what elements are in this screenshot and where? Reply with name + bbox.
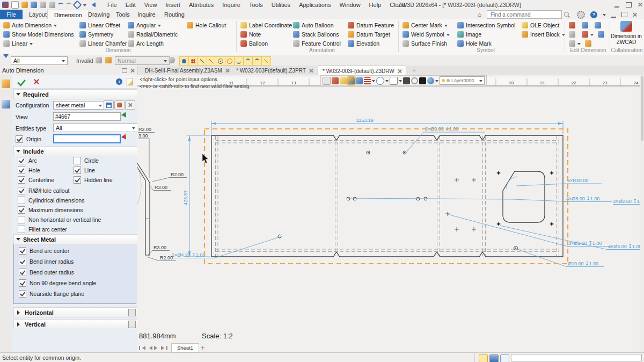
dimension-text[interactable]: 3×Ø2.60 ↧1.00 <box>568 241 602 246</box>
save-all-icon[interactable] <box>40 2 46 8</box>
layer-combo[interactable]: Layer0000 <box>440 76 485 85</box>
entities-type-combo[interactable]: All <box>53 124 138 132</box>
chevron-down-icon[interactable] <box>399 80 402 84</box>
menu-help[interactable]: Help <box>369 2 382 8</box>
dimension-text[interactable]: 3.00 <box>138 133 148 139</box>
sheet-display-icon[interactable] <box>390 77 398 85</box>
save-icon[interactable] <box>31 2 37 8</box>
quick-access-dropdown-icon[interactable] <box>83 4 86 8</box>
ribbon-feature-control[interactable]: Feature Control <box>293 40 341 47</box>
ribbon-linear-chamfer[interactable]: Linear Chamfer <box>79 40 127 47</box>
doc-close-button[interactable] <box>633 13 636 17</box>
edit-dim-style[interactable] <box>585 40 591 47</box>
cancel-button[interactable] <box>34 79 39 84</box>
snap-curve-icon[interactable] <box>234 56 244 66</box>
tab-inquire[interactable]: Inquire <box>131 10 162 19</box>
entity-filter-combo[interactable]: All <box>11 56 68 65</box>
menu-insert[interactable]: Insert <box>165 2 180 8</box>
monitor-icon[interactable] <box>489 354 499 362</box>
ribbon-hole-callout[interactable]: Hole Callout <box>187 21 226 29</box>
drawing-svg[interactable]: 1112131415161718192021222324 R2.00 3.00 … <box>137 75 640 352</box>
paint-brush-icon[interactable] <box>340 77 347 84</box>
include-centerline[interactable]: Centerline <box>18 176 54 184</box>
doc-minimize-button[interactable] <box>611 12 616 18</box>
vertical-checkbox[interactable] <box>128 321 136 328</box>
chevron-down-icon[interactable] <box>372 80 375 84</box>
restore-button[interactable] <box>626 2 632 8</box>
dimension-text[interactable]: R3.00 <box>155 185 167 190</box>
include-maximum[interactable]: Maximum dimensions <box>18 206 83 214</box>
dimension-text[interactable]: 425.57 <box>183 190 188 205</box>
section-required[interactable]: Required <box>13 89 138 99</box>
sheet-next-button[interactable] <box>154 346 159 350</box>
dimension-text[interactable]: 5×R20.00 <box>567 178 588 183</box>
edit-dim-rotate[interactable] <box>595 21 601 29</box>
section-sheet-metal[interactable]: Sheet Metal <box>13 234 138 244</box>
panel-toggle-icon[interactable] <box>479 354 488 362</box>
chevron-down-icon[interactable] <box>385 80 389 84</box>
ribbon-symmetry[interactable]: Symmetry <box>79 31 113 38</box>
include-hole-callout[interactable]: R/Ø/Hole callout <box>18 187 69 194</box>
doc-restore-button[interactable] <box>621 12 627 17</box>
ribbon-weld-symbol[interactable]: Weld Symbol <box>402 31 450 38</box>
snap-point-icon[interactable] <box>188 56 198 66</box>
include-hole[interactable]: Hole <box>18 166 40 174</box>
include-cylindrical[interactable]: Cylindrical dimensions <box>18 197 84 204</box>
origin-checkbox[interactable] <box>16 135 23 143</box>
window-icon[interactable] <box>500 354 509 362</box>
section-include[interactable]: Include <box>13 146 138 156</box>
new-file-icon[interactable] <box>11 1 19 9</box>
pattern-grid-icon[interactable] <box>364 77 371 84</box>
minimize-button[interactable] <box>614 2 619 8</box>
edit-dim-align[interactable] <box>598 31 604 38</box>
ribbon-center-mark[interactable]: Center Mark <box>402 21 448 29</box>
dimension-text[interactable]: 4×Ø8.00 ↧1.00 <box>566 196 599 201</box>
include-line[interactable]: Line <box>74 166 95 174</box>
find-command-input[interactable] <box>489 11 555 18</box>
ribbon-image[interactable]: Image <box>457 31 481 38</box>
ribbon-note[interactable]: Note <box>240 31 261 38</box>
snap-line-icon[interactable] <box>197 56 207 66</box>
origin-pick-icon[interactable] <box>123 135 128 143</box>
menu-utilities[interactable]: Utilities <box>272 2 290 8</box>
snap-spline-icon[interactable] <box>243 56 253 66</box>
view-manager-icon[interactable] <box>2 100 10 108</box>
style-options-icon[interactable] <box>169 57 175 63</box>
tab-routing[interactable]: Routing <box>158 10 191 19</box>
ribbon-intersection-symbol[interactable]: Intersection Symbol <box>457 21 515 29</box>
tab-file[interactable]: File <box>0 10 23 19</box>
ribbon-elevation[interactable]: Elevation <box>348 40 379 47</box>
sm-non-90-bend-angle[interactable]: Non 90 degree bend angle <box>19 279 96 287</box>
color-palette-icon[interactable] <box>348 77 355 84</box>
menu-applications[interactable]: Applications <box>299 2 331 8</box>
ribbon-angular[interactable]: Angular <box>128 21 161 29</box>
menu-inquire[interactable]: Inquire <box>222 2 240 8</box>
menu-attributes[interactable]: Attributes <box>189 2 214 8</box>
view-pick-icon[interactable] <box>123 113 128 121</box>
style-pen-icon[interactable] <box>356 77 363 84</box>
sm-bend-arc-center[interactable]: Bend arc center <box>19 247 69 255</box>
back-icon[interactable] <box>89 2 96 8</box>
panel-close-icon[interactable] <box>130 69 134 73</box>
redo-icon[interactable] <box>66 3 71 7</box>
snap-segment-icon[interactable] <box>207 56 216 66</box>
annotate-pencil-icon[interactable] <box>332 77 339 84</box>
ribbon-linear[interactable]: Linear <box>3 40 33 47</box>
ribbon-label-coordinate[interactable]: Label Coordinate <box>240 21 292 29</box>
ok-button[interactable] <box>17 77 26 86</box>
undo-icon[interactable] <box>58 3 63 7</box>
dimension-text[interactable]: R2.00 <box>171 172 184 177</box>
manager-history-icon[interactable] <box>2 79 10 88</box>
sheet-prev-button[interactable] <box>147 346 152 350</box>
open-folder-icon[interactable] <box>21 2 28 8</box>
include-hidden-line[interactable]: Hidden line <box>74 176 113 184</box>
render-sphere-icon[interactable] <box>427 77 434 84</box>
regen-icon[interactable] <box>73 1 82 10</box>
dimension-text[interactable]: R2.00 <box>160 255 173 260</box>
doc-tab-assembly[interactable]: DH-SelII-Final Assembly.Z3ASM <box>141 66 233 75</box>
close-icon[interactable] <box>225 69 229 73</box>
sm-bend-inner-radius[interactable]: Bend inner radius <box>19 258 74 265</box>
dimension-text[interactable]: 4×Ø6.00 ↧1.00 <box>608 244 640 249</box>
drawing-canvas[interactable]: 1112131415161718192021222324 R2.00 3.00 … <box>137 75 640 352</box>
display-mode-icon[interactable] <box>403 77 410 84</box>
